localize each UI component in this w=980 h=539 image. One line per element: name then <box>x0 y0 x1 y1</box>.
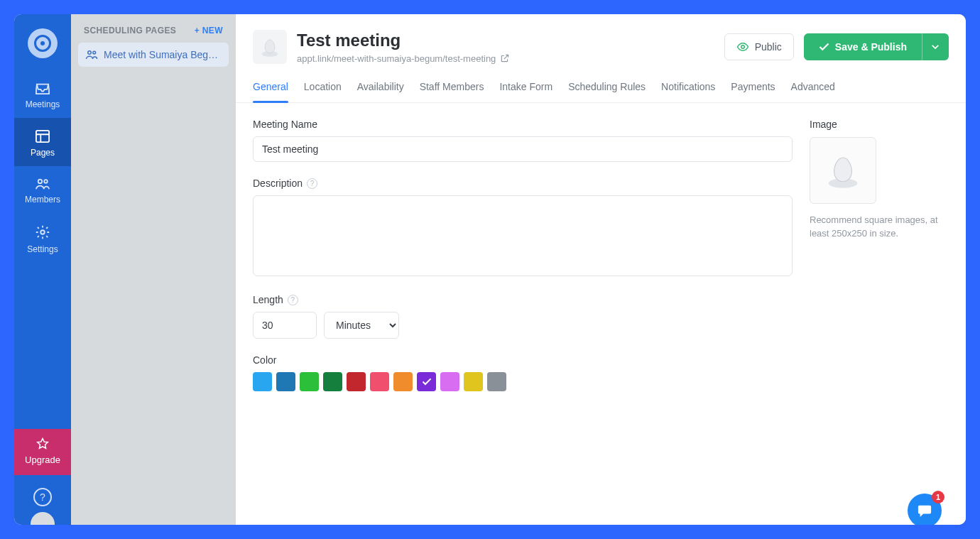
color-swatch-red[interactable] <box>347 372 366 391</box>
save-publish-button[interactable]: Save & Publish <box>804 33 922 60</box>
help-button[interactable]: ? <box>33 488 52 506</box>
nav-members-label: Members <box>25 195 60 205</box>
tab-bar: GeneralLocationAvailabilityStaff Members… <box>236 74 966 103</box>
length-label: Length <box>253 294 283 305</box>
app-logo[interactable] <box>28 28 58 58</box>
description-input[interactable] <box>253 195 793 276</box>
chat-badge: 1 <box>932 491 944 503</box>
eye-icon <box>736 42 749 52</box>
people-icon <box>85 50 98 60</box>
tab-intake-form[interactable]: Intake Form <box>499 74 552 102</box>
scheduling-page-item[interactable]: Meet with Sumaiya Beg… <box>78 43 229 67</box>
save-publish-dropdown[interactable] <box>922 33 949 60</box>
color-swatch-dark-green[interactable] <box>323 372 342 391</box>
chat-widget[interactable]: 1 <box>908 494 942 525</box>
star-icon <box>36 437 49 450</box>
tab-availability[interactable]: Availability <box>357 74 404 102</box>
color-swatch-magenta[interactable] <box>440 372 459 391</box>
tab-advanced[interactable]: Advanced <box>791 74 835 102</box>
tab-payments[interactable]: Payments <box>731 74 775 102</box>
page-title: Test meeting <box>297 31 510 50</box>
account-avatar[interactable] <box>31 512 55 525</box>
image-label: Image <box>810 119 949 130</box>
color-swatch-yellow[interactable] <box>464 372 483 391</box>
page-url[interactable]: appt.link/meet-with-sumaiya-begum/test-m… <box>297 53 496 64</box>
check-icon <box>819 43 829 51</box>
image-hint: Recommend square images, at least 250x25… <box>810 214 949 241</box>
svg-point-2 <box>44 180 48 183</box>
length-unit-select[interactable]: Minutes <box>324 312 399 339</box>
gear-icon <box>35 224 50 240</box>
tab-scheduling-rules[interactable]: Scheduling Rules <box>568 74 646 102</box>
svg-point-3 <box>40 230 45 234</box>
length-help-icon[interactable]: ? <box>288 295 298 305</box>
nav-pages-label: Pages <box>31 148 55 158</box>
tab-staff-members[interactable]: Staff Members <box>420 74 484 102</box>
description-label: Description <box>253 178 303 189</box>
nav-members[interactable]: Members <box>14 166 71 213</box>
visibility-button[interactable]: Public <box>724 33 794 60</box>
color-swatch-purple[interactable] <box>417 372 436 391</box>
open-link-icon[interactable] <box>500 53 510 63</box>
color-swatch-pink[interactable] <box>370 372 389 391</box>
meeting-name-input[interactable] <box>253 136 793 162</box>
svg-rect-0 <box>36 131 49 142</box>
description-help-icon[interactable]: ? <box>307 178 317 189</box>
placeholder-image-icon <box>824 151 862 190</box>
tab-location[interactable]: Location <box>304 74 342 102</box>
scheduling-pages-panel: SCHEDULING PAGES + NEW Meet with Sumaiya… <box>71 14 236 525</box>
save-publish-label: Save & Publish <box>835 41 907 53</box>
color-swatch-green[interactable] <box>300 372 319 391</box>
new-scheduling-page-button[interactable]: + NEW <box>195 26 223 36</box>
placeholder-image-icon <box>259 36 281 58</box>
nav-meetings[interactable]: Meetings <box>14 71 71 118</box>
nav-rail: Meetings Pages Members Settings Upgrade … <box>14 14 71 525</box>
color-swatch-gray[interactable] <box>487 372 506 391</box>
color-swatch-light-blue[interactable] <box>253 372 272 391</box>
length-value-input[interactable] <box>253 312 317 339</box>
meeting-name-label: Meeting Name <box>253 119 793 130</box>
svg-point-5 <box>93 51 96 54</box>
tab-notifications[interactable]: Notifications <box>661 74 715 102</box>
nav-upgrade-label: Upgrade <box>25 454 60 465</box>
image-upload-box[interactable] <box>810 137 876 204</box>
svg-point-1 <box>38 180 42 183</box>
svg-point-4 <box>88 51 92 55</box>
nav-settings[interactable]: Settings <box>14 213 71 263</box>
layout-icon <box>35 129 50 143</box>
chevron-down-icon <box>931 44 940 50</box>
check-icon <box>422 378 432 386</box>
nav-pages[interactable]: Pages <box>14 118 71 166</box>
svg-point-7 <box>741 45 744 49</box>
users-icon <box>34 178 51 190</box>
color-swatch-orange[interactable] <box>393 372 413 391</box>
nav-upgrade[interactable]: Upgrade <box>14 429 71 475</box>
color-swatch-row <box>253 372 793 391</box>
color-swatch-blue[interactable] <box>276 372 295 391</box>
nav-settings-label: Settings <box>27 244 58 254</box>
main-panel: Test meeting appt.link/meet-with-sumaiya… <box>236 14 966 525</box>
color-label: Color <box>253 354 793 366</box>
scheduling-pages-heading: SCHEDULING PAGES <box>84 26 176 36</box>
nav-meetings-label: Meetings <box>26 99 60 109</box>
meeting-thumbnail <box>253 30 287 64</box>
scheduling-page-item-label: Meet with Sumaiya Beg… <box>104 49 218 60</box>
visibility-label: Public <box>755 41 782 53</box>
inbox-icon <box>35 82 50 95</box>
chat-icon <box>917 503 932 518</box>
tab-general[interactable]: General <box>253 74 288 102</box>
